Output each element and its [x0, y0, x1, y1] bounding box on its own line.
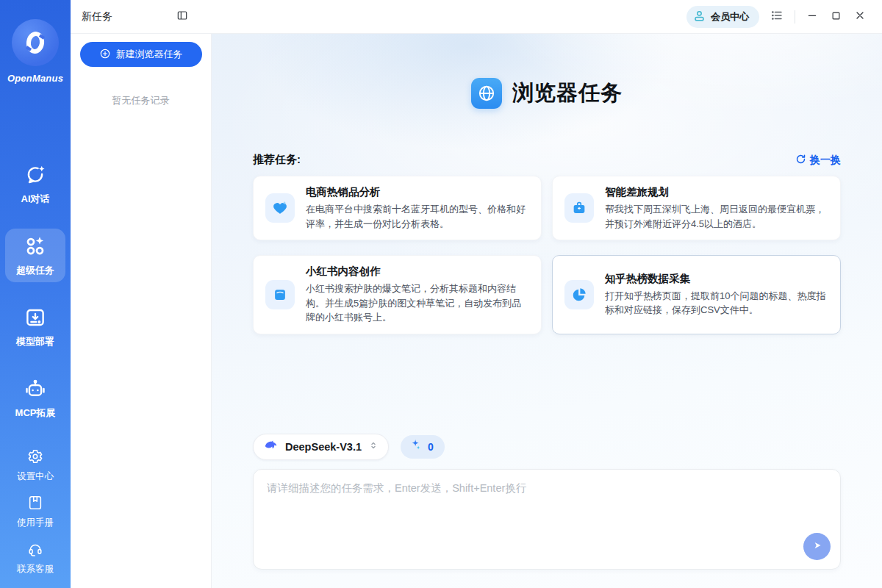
sidebar: OpenManus AI对话 超级任务 模型部署	[0, 0, 71, 588]
brand: OpenManus	[7, 19, 63, 84]
sidebar-item-label: 设置中心	[17, 470, 54, 483]
task-card-ecommerce[interactable]: 电商热销品分析 在电商平台中搜索前十名蓝牙耳机的型号、价格和好评率，并生成一份对…	[253, 176, 542, 240]
task-panel: 新建浏览器任务 暂无任务记录	[71, 34, 212, 588]
sidebar-item-support[interactable]: 联系客服	[5, 539, 65, 578]
model-row: DeepSeek-V3.1 0	[253, 434, 841, 460]
task-card-travel[interactable]: 智能差旅规划 帮我找下周五深圳飞上海、周日返回的最便宜机票，并预订外滩附近评分4…	[552, 176, 841, 240]
topbar: 新任务 会员中心	[71, 0, 882, 34]
card-text: 小红书内容创作 小红书搜索护肤的爆文笔记，分析其标题和内容结构。并生成5篇护肤的…	[306, 265, 528, 325]
app-window: OpenManus AI对话 超级任务 模型部署	[0, 0, 882, 588]
card-title: 电商热销品分析	[306, 185, 528, 199]
sidebar-item-label: 模型部署	[16, 335, 54, 348]
sidebar-item-label: 超级任务	[16, 264, 54, 277]
credits-badge[interactable]: 0	[401, 435, 445, 459]
card-desc: 小红书搜索护肤的爆文笔记，分析其标题和内容结构。并生成5篇护肤的图文种草笔记，自…	[306, 282, 528, 325]
sidebar-item-label: 联系客服	[17, 563, 54, 576]
model-deploy-icon	[24, 306, 46, 331]
manual-icon	[27, 495, 43, 514]
sidebar-item-label: 使用手册	[17, 517, 54, 529]
plus-circle-icon	[99, 48, 111, 62]
settings-icon	[27, 448, 43, 467]
member-person-icon	[692, 9, 706, 25]
page-hero: 浏览器任务	[212, 78, 882, 109]
chevron-up-down-icon	[368, 440, 379, 453]
sidebar-item-label: AI对话	[21, 193, 50, 206]
card-title: 小红书内容创作	[306, 265, 528, 279]
member-center-label: 会员中心	[711, 10, 749, 24]
task-list-button[interactable]	[769, 7, 785, 26]
sidebar-item-ai-chat[interactable]: AI对话	[5, 157, 65, 211]
sidebar-item-label: MCP拓展	[15, 406, 56, 420]
refresh-icon	[795, 154, 806, 167]
card-desc: 帮我找下周五深圳飞上海、周日返回的最便宜机票，并预订外滩附近评分4.5以上的酒店…	[605, 202, 827, 231]
new-browser-task-button[interactable]: 新建浏览器任务	[80, 42, 202, 67]
main-column: 新任务 会员中心	[71, 0, 882, 588]
deepseek-whale-icon	[264, 438, 279, 455]
tab-area: 新任务	[71, 8, 212, 25]
card-desc: 打开知乎热榜页面，提取前10个问题的标题、热度指标和对应链接，保存到CSV文件中…	[605, 289, 827, 318]
task-input[interactable]	[267, 481, 743, 540]
task-card-zhihu[interactable]: 知乎热榜数据采集 打开知乎热榜页面，提取前10个问题的标题、热度指标和对应链接，…	[552, 255, 841, 334]
composer	[253, 469, 841, 570]
minimize-icon	[806, 10, 818, 24]
sidebar-bottom-nav: 设置中心 使用手册 联系客服	[0, 446, 71, 578]
sidebar-item-manual[interactable]: 使用手册	[5, 492, 65, 531]
notebook-icon	[265, 280, 295, 309]
brand-name: OpenManus	[7, 73, 63, 84]
sidebar-item-super-task[interactable]: 超级任务	[5, 229, 65, 282]
openmanus-logo-icon	[12, 19, 59, 66]
list-icon	[770, 9, 784, 24]
content: 浏览器任务 推荐任务: 换一换	[212, 34, 882, 588]
collapse-panel-button[interactable]	[175, 8, 190, 25]
sidebar-item-mcp[interactable]: MCP拓展	[5, 371, 65, 425]
send-button[interactable]	[803, 533, 831, 560]
minimize-button[interactable]	[805, 8, 820, 25]
card-desc: 在电商平台中搜索前十名蓝牙耳机的型号、价格和好评率，并生成一份对比分析表格。	[306, 202, 528, 231]
model-name: DeepSeek-V3.1	[285, 441, 362, 453]
tab-new-task[interactable]: 新任务	[82, 10, 112, 24]
member-center-button[interactable]: 会员中心	[686, 6, 759, 28]
sparkles-icon	[409, 438, 423, 455]
card-title: 智能差旅规划	[605, 185, 827, 199]
sidebar-item-settings[interactable]: 设置中心	[5, 446, 65, 485]
sidebar-item-model-deploy[interactable]: 模型部署	[5, 300, 65, 354]
mcp-icon	[24, 378, 46, 403]
card-title: 知乎热榜数据采集	[605, 272, 827, 286]
model-selector[interactable]: DeepSeek-V3.1	[253, 434, 389, 460]
recommended-row: 推荐任务: 换一换	[253, 153, 841, 167]
task-card-xiaohongshu[interactable]: 小红书内容创作 小红书搜索护肤的爆文笔记，分析其标题和内容结构。并生成5篇护肤的…	[253, 255, 542, 334]
close-icon	[854, 10, 866, 24]
send-arrow-icon	[811, 539, 824, 554]
empty-task-record-text: 暂无任务记录	[71, 94, 211, 107]
briefcase-icon	[564, 193, 594, 223]
shuffle-tasks-button[interactable]: 换一换	[795, 154, 841, 167]
topbar-right: 会员中心	[686, 6, 882, 28]
maximize-icon	[831, 10, 842, 24]
shuffle-tasks-label: 换一换	[810, 154, 841, 167]
browser-globe-icon	[471, 78, 502, 109]
ai-chat-icon	[24, 164, 46, 189]
card-text: 智能差旅规划 帮我找下周五深圳飞上海、周日返回的最便宜机票，并预订外滩附近评分4…	[605, 185, 827, 231]
credits-count: 0	[428, 441, 434, 453]
super-task-icon	[24, 235, 46, 260]
support-icon	[27, 541, 43, 560]
new-browser-task-label: 新建浏览器任务	[116, 48, 183, 61]
window-controls-divider	[795, 10, 795, 24]
maximize-button[interactable]	[829, 9, 843, 25]
card-text: 知乎热榜数据采集 打开知乎热榜页面，提取前10个问题的标题、热度指标和对应链接，…	[605, 272, 827, 318]
pie-chart-icon	[564, 280, 594, 309]
sidebar-nav: AI对话 超级任务 模型部署 MCP拓展	[0, 157, 71, 425]
page-title: 浏览器任务	[512, 79, 623, 108]
task-cards: 电商热销品分析 在电商平台中搜索前十名蓝牙耳机的型号、价格和好评率，并生成一份对…	[253, 176, 841, 334]
collapse-panel-icon	[176, 10, 188, 24]
body: 新建浏览器任务 暂无任务记录 浏览器任务 推荐任务:	[71, 34, 882, 588]
card-text: 电商热销品分析 在电商平台中搜索前十名蓝牙耳机的型号、价格和好评率，并生成一份对…	[306, 185, 528, 231]
close-button[interactable]	[853, 8, 867, 25]
heart-spark-icon	[265, 193, 295, 223]
recommended-label: 推荐任务:	[253, 153, 301, 167]
